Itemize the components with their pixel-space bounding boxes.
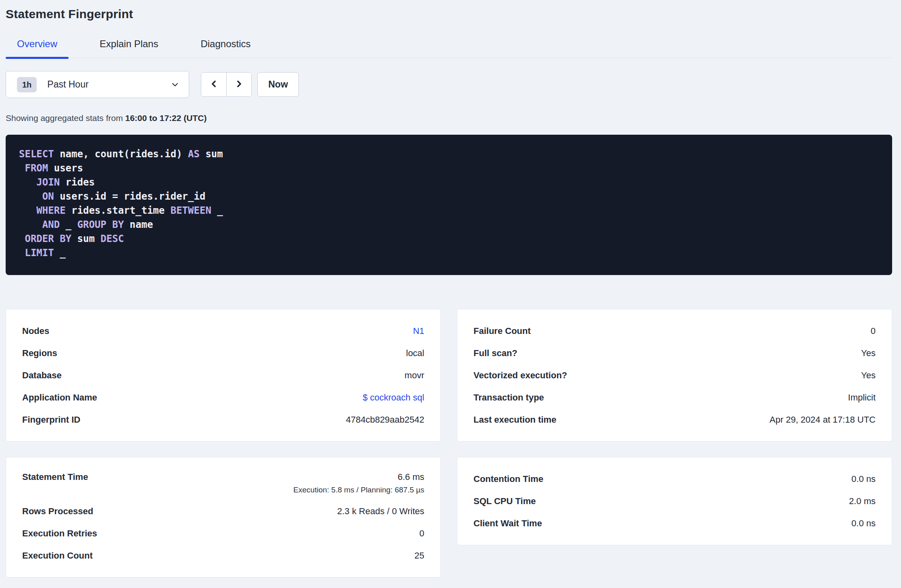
- stat-label: Contention Time: [473, 474, 543, 484]
- sql-token: ORDER BY: [19, 233, 71, 244]
- stat-value: Yes: [861, 348, 876, 359]
- aggregated-stats-text: Showing aggregated stats from 16:00 to 1…: [6, 113, 892, 123]
- sql-token: name, count(rides.id): [54, 148, 188, 160]
- sql-token: GROUP BY: [77, 219, 124, 230]
- stat-label: Rows Processed: [22, 506, 93, 517]
- stat-value: 0.0 ns: [851, 518, 876, 529]
- now-button[interactable]: Now: [257, 72, 299, 97]
- stats-cards-grid: Nodes N1 Regions local Database movr App…: [6, 309, 892, 578]
- stat-label: Last execution time: [473, 415, 556, 425]
- node-link[interactable]: N1: [413, 326, 424, 336]
- sql-token: users: [48, 163, 83, 174]
- tab-explain-plans[interactable]: Explain Plans: [88, 38, 169, 58]
- sql-token: sum: [200, 148, 223, 160]
- sql-token: ON: [19, 191, 54, 202]
- stat-value: 0: [871, 326, 876, 336]
- time-step-buttons: [201, 72, 252, 97]
- card-execution-stats: Statement Time 6.6 ms Execution: 5.8 ms …: [6, 457, 441, 578]
- stat-row-nodes: Nodes N1: [22, 320, 424, 342]
- stat-value: Yes: [861, 370, 876, 381]
- tab-overview[interactable]: Overview: [6, 38, 69, 58]
- card-statement-info: Nodes N1 Regions local Database movr App…: [6, 309, 441, 442]
- stat-label: Application Name: [22, 392, 97, 403]
- sql-line: AND _ GROUP BY name: [19, 218, 879, 232]
- stat-value: 0.0 ns: [851, 474, 876, 484]
- time-range-dropdown[interactable]: 1h Past Hour: [6, 71, 189, 98]
- statement-fingerprint-page: Statement Fingerprint Overview Explain P…: [0, 0, 901, 578]
- sql-token: _: [211, 205, 223, 216]
- stat-row-client-wait-time: Client Wait Time 0.0 ns: [473, 512, 876, 534]
- stat-row-regions: Regions local: [22, 342, 424, 364]
- stat-row-sql-cpu-time: SQL CPU Time 2.0 ms: [473, 490, 876, 512]
- stat-value: Apr 29, 2024 at 17:18 UTC: [770, 415, 876, 425]
- time-toolbar: 1h Past Hour Now: [6, 71, 892, 98]
- stat-value: 2.3 k Reads / 0 Writes: [337, 506, 424, 517]
- stat-label: Fingerprint ID: [22, 415, 80, 425]
- stat-label: Execution Count: [22, 550, 93, 561]
- sql-token: AS: [188, 148, 200, 160]
- stat-row-execution-retries: Execution Retries 0: [22, 522, 424, 544]
- stat-row-contention-time: Contention Time 0.0 ns: [473, 468, 876, 490]
- tab-explain-plans-label: Explain Plans: [100, 38, 158, 49]
- stat-row-vectorized: Vectorized execution? Yes: [473, 364, 876, 386]
- sql-token: AND: [19, 219, 60, 230]
- sql-token: sum: [71, 233, 100, 244]
- sql-token: DESC: [100, 233, 124, 244]
- stat-value: 6.6 ms: [398, 472, 424, 482]
- stat-label: Regions: [22, 348, 57, 359]
- stat-label: SQL CPU Time: [473, 496, 536, 507]
- stat-row-execution-count: Execution Count 25: [22, 544, 424, 567]
- stat-value: 0: [419, 528, 424, 539]
- time-range-label: Past Hour: [47, 79, 88, 90]
- sql-token: FROM: [19, 163, 48, 174]
- stat-row-full-scan: Full scan? Yes: [473, 342, 876, 364]
- sql-line: WHERE rides.start_time BETWEEN _: [19, 204, 879, 218]
- stat-row-database: Database movr: [22, 364, 424, 386]
- tab-bar: Overview Explain Plans Diagnostics: [6, 38, 892, 58]
- stat-row-fingerprint-id: Fingerprint ID 4784cb829aab2542: [22, 409, 424, 431]
- stat-row-transaction-type: Transaction type Implicit: [473, 386, 876, 409]
- sql-line: SELECT name, count(rides.id) AS sum: [19, 147, 879, 161]
- stat-row-last-execution-time: Last execution time Apr 29, 2024 at 17:1…: [473, 409, 876, 431]
- stat-label: Vectorized execution?: [473, 370, 567, 381]
- card-execution-attributes: Failure Count 0 Full scan? Yes Vectorize…: [457, 309, 892, 442]
- time-next-button[interactable]: [226, 73, 251, 96]
- chevron-down-icon: [170, 80, 180, 90]
- card-timing-stats: Contention Time 0.0 ns SQL CPU Time 2.0 …: [457, 457, 892, 545]
- chevron-left-icon: [209, 79, 219, 90]
- stat-row-rows-processed: Rows Processed 2.3 k Reads / 0 Writes: [22, 500, 424, 522]
- aggregated-stats-range: 16:00 to 17:22 (UTC): [125, 113, 207, 123]
- sql-line: ORDER BY sum DESC: [19, 232, 879, 246]
- sql-token: users.id = rides.rider_id: [54, 191, 206, 202]
- sql-statement-box: SELECT name, count(rides.id) AS sum FROM…: [6, 135, 892, 275]
- time-prev-button[interactable]: [201, 73, 226, 96]
- sql-token: SELECT: [19, 148, 54, 160]
- stat-value: local: [406, 348, 424, 359]
- stat-subtext: Execution: 5.8 ms / Planning: 687.5 µs: [293, 486, 424, 494]
- stat-value: 2.0 ms: [849, 496, 876, 507]
- sql-token: _: [60, 219, 77, 230]
- stat-value-block: 6.6 ms Execution: 5.8 ms / Planning: 687…: [293, 472, 424, 494]
- stat-value: 4784cb829aab2542: [346, 415, 424, 425]
- active-tab-indicator: [6, 57, 69, 59]
- stat-value: movr: [405, 370, 424, 381]
- sql-token: BETWEEN: [171, 205, 211, 216]
- stat-label: Execution Retries: [22, 528, 97, 539]
- stat-label: Database: [22, 370, 62, 381]
- sql-line: LIMIT _: [19, 246, 879, 260]
- sql-line: FROM users: [19, 161, 879, 175]
- sql-token: LIMIT: [19, 247, 54, 259]
- stat-label: Failure Count: [473, 326, 531, 336]
- sql-token: _: [54, 247, 66, 259]
- sql-token: name: [124, 219, 153, 230]
- stat-label: Transaction type: [473, 392, 544, 403]
- stat-value: Implicit: [848, 392, 876, 403]
- stat-row-failure-count: Failure Count 0: [473, 320, 876, 342]
- application-name-link[interactable]: $ cockroach sql: [363, 392, 424, 403]
- tab-diagnostics[interactable]: Diagnostics: [189, 38, 262, 58]
- sql-token: rides.start_time: [66, 205, 171, 216]
- page-title: Statement Fingerprint: [6, 6, 892, 22]
- aggregated-stats-prefix: Showing aggregated stats from: [6, 113, 125, 123]
- stat-value: 25: [415, 550, 424, 561]
- stat-row-application-name: Application Name $ cockroach sql: [22, 386, 424, 409]
